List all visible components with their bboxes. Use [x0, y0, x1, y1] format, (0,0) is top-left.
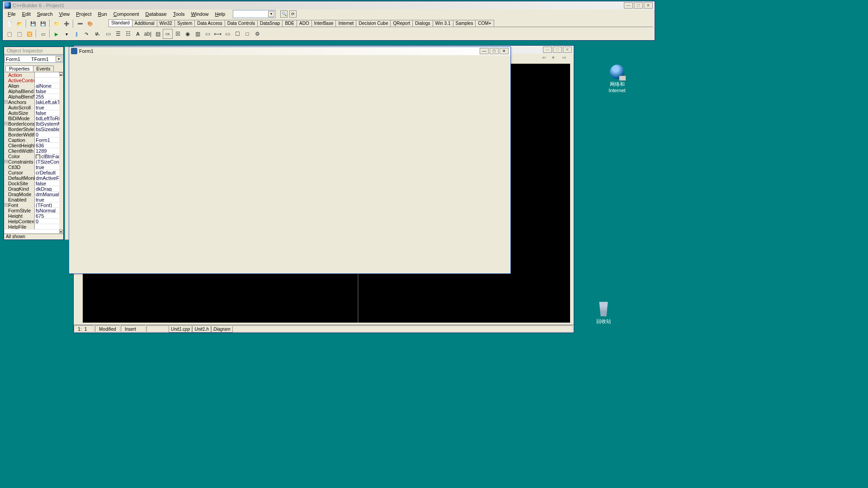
property-row[interactable]: HelpContext0 — [5, 219, 63, 224]
inspector-tab-events[interactable]: Events — [33, 66, 54, 71]
code-tab-h[interactable]: Unit1.h — [192, 326, 211, 333]
property-row[interactable]: ClientWidth1289 — [5, 148, 63, 154]
palette-tab-samples[interactable]: Samples — [453, 20, 476, 27]
code-tab-diagram[interactable]: Diagram — [211, 326, 233, 333]
property-row[interactable]: +Font(TFont) — [5, 202, 63, 208]
palette-tab-additional[interactable]: Additional — [132, 20, 157, 27]
form-close-button[interactable]: ✕ — [500, 48, 509, 54]
palette-tab-win-3.1[interactable]: Win 3.1 — [433, 20, 453, 27]
window-button[interactable]: ▭ — [38, 29, 47, 38]
palette-actionlist[interactable]: ⚙ — [252, 29, 262, 39]
palette-button[interactable]: OK — [163, 29, 173, 39]
help-context-icon[interactable]: ⟳ — [289, 10, 297, 18]
run-dropdown[interactable]: ▾ — [62, 29, 71, 38]
menu-file[interactable]: File — [5, 10, 19, 18]
property-grid[interactable]: ActionActiveControlAlignalNoneAlphaBlend… — [5, 72, 63, 233]
property-row[interactable]: DockSitefalse — [5, 181, 63, 186]
step-into-button[interactable]: ↳ — [92, 29, 101, 38]
expand-icon[interactable]: + — [5, 160, 8, 163]
palette-tab-data-access[interactable]: Data Access — [194, 20, 225, 27]
palette-mainmenu[interactable]: ☰ — [113, 29, 123, 39]
property-value[interactable]: crDefault — [35, 170, 63, 175]
form-minimize-button[interactable]: — — [480, 48, 489, 54]
property-value[interactable]: Form1 — [35, 137, 63, 142]
property-row[interactable]: Height675 — [5, 213, 63, 219]
property-row[interactable]: FormStylefsNormal — [5, 208, 63, 213]
palette-tab-com+[interactable]: COM+ — [475, 20, 494, 27]
palette-tab-internet[interactable]: Internet — [335, 20, 356, 27]
property-row[interactable]: DragKinddkDrag — [5, 186, 63, 192]
property-value[interactable]: 0 — [35, 219, 63, 224]
view-unit-button[interactable]: 📋 — [5, 29, 14, 38]
palette-groupbox[interactable]: ▭ — [222, 29, 232, 39]
property-value[interactable] — [35, 78, 63, 83]
menu-search[interactable]: Search — [34, 10, 56, 18]
palette-radiogroup[interactable]: ☐ — [232, 29, 242, 39]
property-value[interactable]: false — [35, 110, 63, 115]
code-minimize-button[interactable]: — — [543, 47, 552, 53]
property-row[interactable]: DragModedmManual — [5, 192, 63, 197]
palette-memo[interactable]: ▤ — [153, 29, 163, 39]
menu-run[interactable]: Run — [95, 10, 110, 18]
menu-component[interactable]: Component — [110, 10, 142, 18]
saveall-button[interactable]: 💾 — [38, 19, 47, 28]
palette-popupmenu[interactable]: ☷ — [123, 29, 133, 39]
nav-forward-icon[interactable]: ⇒ — [562, 55, 569, 61]
help-search-icon[interactable]: 🔍 — [280, 10, 288, 18]
property-value[interactable]: (TSizeConstra — [35, 159, 63, 164]
palette-tab-data-controls[interactable]: Data Controls — [225, 20, 258, 27]
property-value[interactable]: 1289 — [35, 148, 63, 153]
menu-database[interactable]: Database — [142, 10, 170, 18]
expand-icon[interactable]: + — [5, 122, 8, 125]
property-row[interactable]: ColorclBtnFace — [5, 154, 63, 159]
save-button[interactable]: 💾 — [28, 19, 38, 28]
form-maximize-button[interactable]: □ — [490, 48, 499, 54]
property-value[interactable] — [35, 72, 63, 77]
property-value[interactable]: dmManual — [35, 192, 63, 197]
property-value[interactable]: false — [35, 89, 63, 94]
palette-tab-decision-cube[interactable]: Decision Cube — [356, 20, 391, 27]
palette-tab-datasnap[interactable]: DataSnap — [257, 20, 283, 27]
property-row[interactable]: Ctl3Dtrue — [5, 164, 63, 170]
palette-label[interactable]: A — [133, 29, 143, 39]
palette-tab-bde[interactable]: BDE — [282, 20, 297, 27]
maximize-button[interactable]: □ — [634, 2, 643, 9]
toggle-form-unit-button[interactable]: 🔀 — [25, 29, 34, 38]
menu-tools[interactable]: Tools — [170, 10, 188, 18]
property-value[interactable]: true — [35, 105, 63, 110]
palette-radiobutton[interactable]: ◉ — [183, 29, 193, 39]
run-button[interactable]: ▶ — [52, 29, 61, 38]
new-form-button[interactable]: 📋 — [15, 29, 24, 38]
property-row[interactable]: Enabledtrue — [5, 197, 63, 202]
palette-tab-ado[interactable]: ADO — [297, 20, 312, 27]
minimize-button[interactable]: — — [624, 2, 633, 9]
menu-window[interactable]: Window — [188, 10, 212, 18]
code-tab-cpp[interactable]: Unit1.cpp — [169, 326, 192, 333]
palette-scrollbar[interactable]: ⟷ — [212, 29, 222, 39]
open-project-button[interactable]: 📁 — [52, 19, 61, 28]
palette-tab-system[interactable]: System — [175, 20, 195, 27]
inspector-tab-properties[interactable]: Properties — [5, 66, 33, 71]
menu-edit[interactable]: Edit — [19, 10, 34, 18]
property-row[interactable]: AlphaBlendfalse — [5, 89, 63, 94]
project-combo[interactable]: ▾ — [233, 10, 276, 18]
desktop-icon-recycle[interactable]: 回收站 — [588, 302, 619, 325]
palette-tab-qreport[interactable]: QReport — [390, 20, 413, 27]
inspector-object-combo[interactable]: Form1 TForm1 ▾ — [5, 55, 63, 63]
property-value[interactable]: 636 — [35, 143, 63, 148]
close-button[interactable]: ✕ — [644, 2, 653, 9]
property-row[interactable]: DefaultMonitordmActiveForm — [5, 175, 63, 181]
expand-icon[interactable]: + — [5, 100, 8, 103]
palette-tab-interbase[interactable]: InterBase — [311, 20, 336, 27]
code-close-button[interactable]: ✕ — [563, 47, 572, 53]
palette-frames[interactable]: ▭ — [103, 29, 113, 39]
property-row[interactable]: +Constraints(TSizeConstra — [5, 159, 63, 164]
expand-icon[interactable]: + — [5, 203, 8, 206]
menu-project[interactable]: Project — [73, 10, 94, 18]
property-value[interactable]: fsNormal — [35, 208, 63, 213]
property-value[interactable]: 255 — [35, 94, 63, 99]
property-row[interactable]: HelpFile — [5, 224, 63, 230]
property-row[interactable]: Action — [5, 72, 63, 78]
menu-view[interactable]: View — [56, 10, 73, 18]
property-value[interactable]: false — [35, 181, 63, 186]
